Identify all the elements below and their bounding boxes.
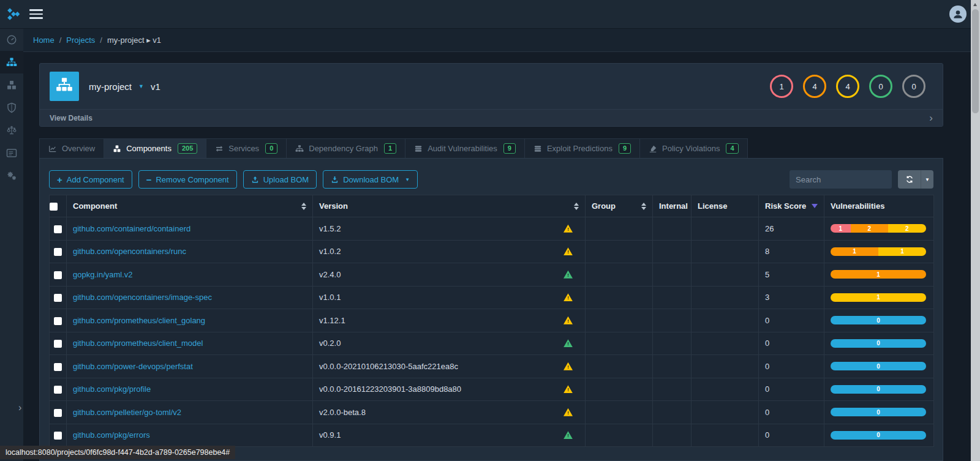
breadcrumb-home-link[interactable]: Home [33,36,55,45]
license-cell [692,355,759,378]
group-cell [586,401,653,424]
tab-label: Components [126,144,172,153]
tab-policy-violations[interactable]: Policy Violations4 [639,138,748,159]
project-panel: my-project ▼ v1 14400 View Details › [39,63,943,127]
refresh-icon [905,175,914,184]
page-scrollbar[interactable] [971,0,980,461]
risk-score: 0 [759,378,824,401]
column-header-version[interactable]: Version [313,195,586,217]
row-checkbox[interactable] [54,340,62,348]
tab-label: Overview [62,144,95,153]
component-link[interactable]: github.com/power-devops/perfstat [73,362,193,371]
tab-dependency-graph[interactable]: Dependency Graph1 [286,138,405,159]
group-cell [586,217,653,241]
component-link[interactable]: github.com/containerd/containerd [73,224,190,233]
sidebar-item-policy-management[interactable] [0,141,23,164]
remove-component-button[interactable]: − Remove Component [138,170,237,189]
user-avatar[interactable] [949,6,967,23]
project-version: v1 [151,81,160,92]
group-cell [586,332,653,355]
component-link[interactable]: github.com/prometheus/client_golang [73,316,205,325]
license-cell [692,263,759,287]
breadcrumb-separator: / [100,36,102,45]
chart-line-icon [48,144,57,153]
license-cell [692,217,759,241]
vuln-segment-info: 0 [831,408,926,416]
minus-icon: − [146,175,152,184]
add-component-button[interactable]: + Add Component [49,170,132,189]
row-checkbox[interactable] [54,432,62,440]
breadcrumb-projects-link[interactable]: Projects [66,36,95,45]
column-header-risk-score[interactable]: Risk Score [759,195,824,217]
row-checkbox[interactable] [54,225,62,233]
internal-cell [653,309,692,332]
sidebar-item-administration[interactable] [0,164,23,187]
row-checkbox[interactable] [54,271,62,279]
sidebar-item-licenses[interactable] [0,119,23,141]
vuln-segment-info: 0 [831,339,926,348]
sidebar-item-vulnerabilities[interactable] [0,96,23,119]
storage-icon [414,144,423,153]
tab-audit-vulnerabilities[interactable]: Audit Vulnerabilities9 [405,138,525,159]
row-checkbox[interactable] [54,248,62,256]
components-card: + Add Component − Remove Component Uploa… [39,158,943,461]
upload-bom-button[interactable]: Upload BOM [243,170,317,189]
internal-cell [653,378,692,401]
component-link[interactable]: github.com/prometheus/client_model [73,339,203,348]
download-bom-button[interactable]: Download BOM ▼ [323,170,418,189]
tab-overview[interactable]: Overview [39,138,104,159]
view-details-bar[interactable]: View Details › [40,109,943,126]
tab-exploit-predictions[interactable]: Exploit Predictions9 [524,138,640,159]
tab-components[interactable]: Components205 [104,138,206,159]
component-link[interactable]: github.com/opencontainers/runc [73,247,186,256]
internal-cell [653,424,692,447]
internal-cell [653,286,692,309]
refresh-options-caret[interactable]: ▼ [921,170,933,189]
table-row: gopkg.in/yaml.v2v2.4.0!51 [50,263,934,287]
component-link[interactable]: github.com/pkg/errors [73,430,150,440]
menu-toggle-icon[interactable] [29,7,43,21]
component-link[interactable]: github.com/opencontainers/image-spec [73,293,212,302]
scrollbar-thumb[interactable] [972,9,979,113]
vuln-segment-medium: 1 [831,293,926,302]
sidebar-item-dashboard[interactable] [0,28,23,51]
sidebar-minimize-chevron-icon[interactable]: › [18,402,21,413]
row-checkbox[interactable] [54,294,62,302]
person-icon [952,8,964,20]
row-checkbox[interactable] [54,386,62,394]
internal-cell [653,240,692,263]
refresh-button[interactable] [898,170,921,189]
vulnerabilities-bar: 122 [831,224,926,233]
column-header-group[interactable]: Group [586,195,653,217]
refresh-button-group: ▼ [898,170,933,189]
component-link[interactable]: github.com/pkg/profile [73,384,151,394]
exchange-icon [215,144,224,153]
tab-services[interactable]: Services0 [206,138,287,159]
latest-version-icon: ! [564,271,573,279]
project-caret-down-icon[interactable]: ▼ [138,83,144,89]
risk-score: 0 [759,401,824,424]
group-cell [586,240,653,263]
risk-score: 26 [759,217,824,241]
tab-label: Dependency Graph [309,144,378,153]
row-checkbox[interactable] [54,409,62,417]
tab-badge: 205 [178,143,197,154]
component-link[interactable]: github.com/pelletier/go-toml/v2 [73,408,181,417]
scroll-up-arrow-icon[interactable] [973,3,977,6]
sort-icon [301,203,306,210]
dependency-track-logo[interactable] [7,7,20,21]
row-checkbox[interactable] [54,363,62,371]
view-details-label: View Details [50,114,92,122]
component-link[interactable]: gopkg.in/yaml.v2 [73,270,133,279]
row-checkbox[interactable] [54,317,62,325]
select-all-checkbox[interactable] [50,203,58,211]
latest-version-icon: ! [564,431,573,439]
search-input[interactable] [790,170,892,189]
column-header-component[interactable]: Component [67,195,313,217]
table-row: github.com/opencontainers/runcv1.0.2!811 [50,240,934,263]
project-name: my-project [89,81,132,92]
license-cell [692,240,759,263]
gauge-icon [6,34,17,45]
sidebar-item-components[interactable] [0,73,23,96]
sidebar-item-projects[interactable] [0,51,23,73]
